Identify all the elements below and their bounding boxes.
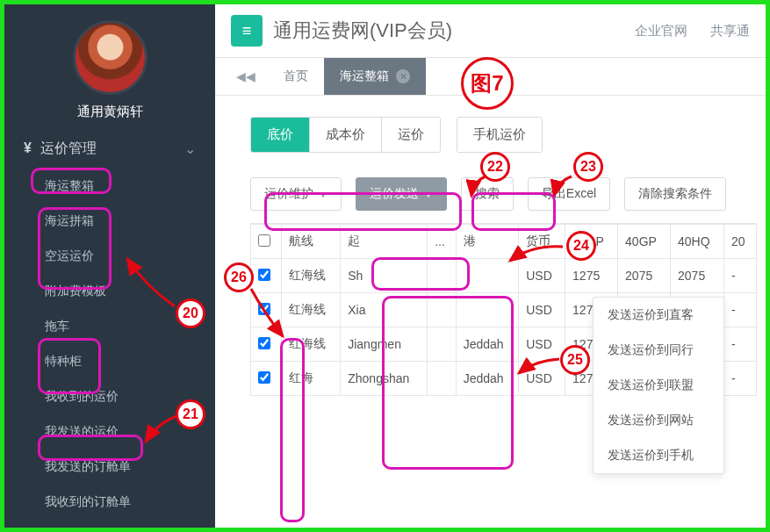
rate-send-button[interactable]: 运价发送▼ (356, 177, 447, 211)
price-mode-group-right: 手机运价 (457, 117, 543, 153)
link-share[interactable]: 共享通 (710, 23, 750, 40)
table-row: 红海线ShUSD127520752075- (251, 259, 757, 293)
col-4: 港 (456, 225, 519, 259)
yen-icon: ¥ (24, 140, 32, 155)
caret-down-icon: ▼ (424, 190, 433, 199)
link-corp-site[interactable]: 企业官网 (635, 23, 687, 40)
col-3: ... (428, 225, 457, 259)
caret-down-icon: ▼ (319, 190, 327, 199)
col-1: 航线 (282, 225, 341, 259)
mode-cost-price[interactable]: 成本价 (310, 118, 382, 152)
col-8: 40HQ (671, 225, 724, 259)
sidebar-item-8[interactable]: 我发送的订舱单 (4, 449, 215, 485)
mode-mobile-rate[interactable]: 手机运价 (457, 118, 542, 152)
main: ≡ 通用运费网(VIP会员) 企业官网 共享通 ◀◀ 首页 海运整箱 ✕ 底价 … (215, 4, 766, 528)
send-option-3[interactable]: 发送运价到网站 (594, 403, 723, 438)
row-checkbox[interactable] (258, 337, 270, 349)
sidebar-submenu: 海运整箱海运拼箱空运运价附加费模板拖车特种柜我收到的运价我发送的运价我发送的订舱… (4, 169, 215, 520)
tab-home[interactable]: 首页 (268, 58, 324, 95)
search-button[interactable]: 搜索 (461, 177, 514, 211)
row-checkbox[interactable] (258, 303, 270, 315)
mode-floor-price[interactable]: 底价 (251, 118, 310, 152)
sidebar-item-6[interactable]: 我收到的运价 (4, 379, 215, 414)
profile: 通用黄炳轩 (4, 4, 215, 129)
sidebar-item-9[interactable]: 我收到的订舱单 (4, 485, 215, 520)
menu-toggle-button[interactable]: ≡ (231, 15, 263, 47)
sidebar-item-4[interactable]: 拖车 (4, 309, 215, 344)
clear-search-button[interactable]: 清除搜索条件 (624, 177, 726, 211)
tabs-back-button[interactable]: ◀◀ (224, 61, 268, 92)
sidebar-item-3[interactable]: 附加费模板 (4, 274, 215, 309)
sidebar-item-7[interactable]: 我发送的运价 (4, 414, 215, 449)
col-9: 20 (723, 225, 756, 259)
sidebar-item-5[interactable]: 特种柜 (4, 344, 215, 379)
row-checkbox[interactable] (258, 371, 270, 384)
sidebar-item-2[interactable]: 空运运价 (4, 239, 215, 274)
mode-rate[interactable]: 运价 (382, 118, 440, 152)
row-checkbox[interactable] (258, 269, 270, 281)
table-header-row: 航线起...港货币20GP40GP40HQ20 (251, 225, 757, 259)
close-icon[interactable]: ✕ (396, 69, 410, 83)
topbar: ≡ 通用运费网(VIP会员) 企业官网 共享通 (215, 4, 766, 58)
tab-ocean-fcl[interactable]: 海运整箱 ✕ (324, 58, 426, 95)
col-7: 40GP (618, 225, 671, 259)
sidebar-group-label: 运价管理 (40, 140, 97, 155)
col-2: 起 (341, 225, 428, 259)
rate-maintain-button[interactable]: 运价维护▼ (250, 177, 342, 211)
tabs: ◀◀ 首页 海运整箱 ✕ (215, 58, 766, 96)
send-dropdown: 发送运价到直客发送运价到同行发送运价到联盟发送运价到网站发送运价到手机 (593, 297, 724, 474)
send-option-1[interactable]: 发送运价到同行 (594, 333, 723, 368)
send-option-4[interactable]: 发送运价到手机 (594, 438, 723, 473)
send-option-0[interactable]: 发送运价到直客 (594, 298, 723, 333)
price-mode-group-left: 底价 成本价 运价 (250, 117, 441, 153)
sidebar-group-rates[interactable]: ¥运价管理 ⌄ (4, 129, 215, 169)
page-title: 通用运费网(VIP会员) (273, 18, 452, 44)
export-excel-button[interactable]: 导出Excel (528, 177, 610, 211)
user-name: 通用黄炳轩 (4, 104, 215, 120)
chevron-down-icon: ⌄ (184, 140, 196, 157)
sidebar-item-0[interactable]: 海运整箱 (4, 169, 215, 204)
sidebar-item-1[interactable]: 海运拼箱 (4, 204, 215, 239)
col-0 (251, 225, 282, 259)
col-5: 货币 (519, 225, 565, 259)
avatar (73, 20, 148, 95)
col-6: 20GP (565, 225, 618, 259)
sidebar: 通用黄炳轩 ¥运价管理 ⌄ 海运整箱海运拼箱空运运价附加费模板拖车特种柜我收到的… (4, 4, 215, 528)
send-option-2[interactable]: 发送运价到联盟 (594, 368, 723, 403)
select-all-checkbox[interactable] (258, 234, 270, 247)
